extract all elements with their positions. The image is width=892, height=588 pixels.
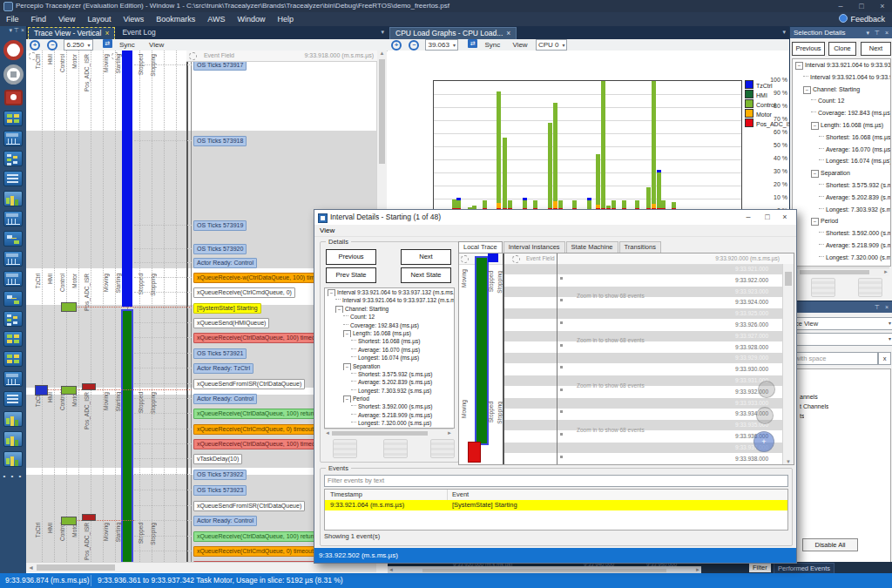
- tree-row[interactable]: Shortest: 3.575.932 (s.ms.µs): [793, 179, 890, 192]
- tree-horizontal-scrollbar[interactable]: ◄ ►: [792, 267, 889, 276]
- collapse-icon[interactable]: −: [811, 218, 819, 226]
- close-button[interactable]: ×: [775, 210, 794, 225]
- chart-bar[interactable]: [523, 81, 527, 212]
- chart-bar[interactable]: [652, 81, 656, 212]
- selection-marker[interactable]: [488, 253, 498, 262]
- tree-row[interactable]: Coverage: 192.843 (ms.µs): [793, 107, 890, 119]
- chart-bar[interactable]: [483, 81, 487, 212]
- collapse-icon[interactable]: −: [811, 122, 819, 130]
- chart-bar[interactable]: [606, 81, 611, 212]
- zoom-level-combo[interactable]: 6.250▾: [64, 39, 92, 51]
- event-label[interactable]: OS Ticks 573921: [193, 348, 247, 359]
- tree-row[interactable]: Count: 12: [325, 313, 454, 321]
- collapse-icon[interactable]: −: [328, 289, 335, 296]
- state-fragment-control[interactable]: [61, 517, 77, 525]
- event-label[interactable]: vTaskDelay(10): [193, 454, 242, 464]
- column-timestamp[interactable]: Timestamp: [330, 490, 362, 500]
- user-event-signal-plot-icon[interactable]: [3, 251, 23, 267]
- local-trace-row[interactable]: 9:33.937.000: [503, 443, 782, 453]
- chart-bar[interactable]: [472, 81, 476, 212]
- chart-bar[interactable]: [456, 81, 461, 212]
- trace-overview-icon[interactable]: [3, 111, 23, 126]
- scroll-down-icon[interactable]: ▼: [786, 459, 791, 464]
- local-trace-row[interactable]: 9:33.925.000: [503, 308, 782, 319]
- dialog-tab-transitions[interactable]: Transitions: [619, 241, 661, 253]
- event-label[interactable]: xQueueSendFromISR(CtrlDataQueue): [193, 379, 305, 389]
- event-label[interactable]: OS Ticks 573923: [193, 485, 247, 496]
- scrollbar-thumb[interactable]: [332, 431, 428, 436]
- local-trace-row[interactable]: 9:33.924.000: [503, 297, 782, 308]
- chart-bar[interactable]: [596, 81, 600, 212]
- tree-row[interactable]: Average: 5.218.909 (s.ms.µs): [793, 240, 890, 252]
- chart-bar[interactable]: [587, 81, 591, 212]
- cpu-load-graph-icon[interactable]: [3, 191, 23, 206]
- next-button[interactable]: Next: [401, 249, 451, 265]
- tree-row[interactable]: Average: 16.070 (ms.µs): [793, 144, 890, 156]
- tree-row[interactable]: −Channel: Starting: [793, 84, 890, 96]
- tree-row[interactable]: Shortest: 3.575.932 (s.ms.µs): [325, 370, 454, 378]
- communication-flow-icon[interactable]: [3, 231, 23, 247]
- state-fragment-motor[interactable]: [82, 514, 96, 521]
- zoom-in-icon[interactable]: +: [391, 40, 402, 51]
- chart-bar[interactable]: [553, 81, 558, 212]
- chart-bar[interactable]: [558, 81, 563, 212]
- event-label[interactable]: Actor Ready: TzCtrl: [193, 363, 253, 374]
- io-activity-icon[interactable]: [3, 431, 23, 447]
- selection-interval-bar[interactable]: [122, 51, 132, 307]
- event-filter-input[interactable]: Filter events by text: [324, 475, 788, 487]
- gear-icon[interactable]: [189, 52, 197, 60]
- local-trace-row[interactable]: 9:33.926.000: [503, 320, 782, 330]
- chart-plot-area[interactable]: [433, 80, 742, 213]
- collapse-icon[interactable]: −: [343, 330, 351, 337]
- scrollbar-thumb[interactable]: [379, 59, 385, 164]
- menu-item-file[interactable]: File: [0, 12, 25, 26]
- dialog-tab-state-machine[interactable]: State Machine: [566, 241, 618, 253]
- menu-item-view[interactable]: View: [314, 226, 340, 234]
- tree-row[interactable]: Longest: 7.303.932 (s.ms.µs): [325, 387, 454, 395]
- previous-button[interactable]: Previous: [326, 249, 376, 265]
- tab-cpu-load-graphs[interactable]: CPU Load Graphs - CPU Load...×: [389, 27, 517, 40]
- prev-state-button[interactable]: Prev State: [326, 267, 376, 283]
- gear-icon[interactable]: [112, 52, 119, 60]
- cpu-selector-combo[interactable]: CPU 0▾: [536, 39, 568, 51]
- tab-menu-chevron-icon[interactable]: ▾: [782, 29, 786, 36]
- state-fragment-motor[interactable]: [82, 383, 96, 390]
- sidebar-overflow-button[interactable]: • • •: [0, 472, 26, 480]
- zoom-out-icon[interactable]: −: [47, 40, 57, 51]
- tree-row[interactable]: −Period: [325, 395, 454, 402]
- local-trace-row[interactable]: 9:33.921.000: [503, 264, 782, 274]
- stop-icon[interactable]: [3, 64, 24, 84]
- chart-bar[interactable]: [508, 81, 512, 212]
- chart-bar[interactable]: [468, 81, 472, 212]
- event-label[interactable]: xQueueReceive(CtrlDataQueue, 100) timeou…: [193, 439, 324, 449]
- feedback-button[interactable]: Feedback: [839, 12, 885, 26]
- menu-item-layout[interactable]: Layout: [81, 12, 117, 26]
- chart-bar[interactable]: [622, 81, 626, 212]
- next-state-button[interactable]: Next State: [401, 267, 451, 283]
- event-label[interactable]: OS Ticks 573918: [193, 136, 247, 146]
- event-label[interactable]: OS Ticks 573920: [193, 244, 247, 254]
- minimize-button[interactable]: –: [739, 210, 758, 225]
- event-label[interactable]: xQueueReceive(CtrlCmdQueue, 0) timeout/f…: [193, 424, 327, 435]
- state-fragment-control[interactable]: [61, 302, 77, 312]
- sync-toggle[interactable]: Sync: [484, 39, 500, 51]
- tree-row[interactable]: Average: 5.202.839 (s.ms.µs): [325, 378, 454, 386]
- tab-close-icon[interactable]: ×: [506, 29, 510, 37]
- chart-bar[interactable]: [533, 81, 537, 212]
- collapse-icon[interactable]: −: [343, 395, 351, 402]
- zoom-in-icon[interactable]: +: [30, 40, 40, 51]
- menu-item-window[interactable]: Window: [231, 12, 271, 26]
- chart-bar[interactable]: [612, 81, 616, 212]
- chart-bar[interactable]: [635, 81, 639, 212]
- memory-signal-plot-icon[interactable]: [3, 371, 23, 387]
- tree-row[interactable]: −Period: [793, 215, 890, 227]
- local-trace-row[interactable]: 9:33.930.000: [503, 364, 782, 375]
- state-bar-moving[interactable]: [121, 309, 133, 562]
- sidebar-pin-controls[interactable]: ▾ ⊤ ×: [0, 26, 26, 36]
- filter-secondary-combo[interactable]: ▾: [792, 333, 892, 346]
- collapse-icon[interactable]: −: [803, 86, 811, 94]
- gear-icon[interactable]: [512, 255, 520, 263]
- gear-icon[interactable]: [29, 52, 37, 60]
- object-history-icon[interactable]: [3, 151, 23, 166]
- event-label[interactable]: OS Ticks 573919: [193, 220, 247, 231]
